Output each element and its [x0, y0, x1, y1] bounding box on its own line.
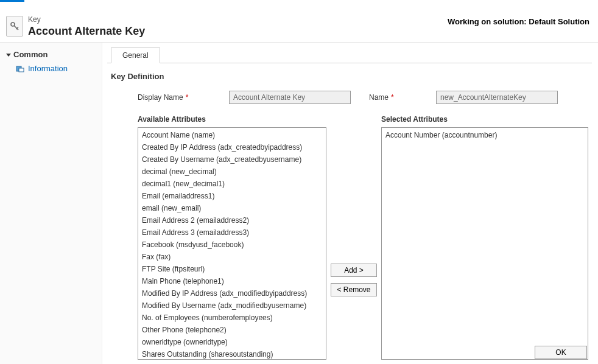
available-attributes-listbox[interactable]: Account Name (name)Created By IP Address…: [138, 127, 326, 360]
list-item[interactable]: Other Phone (telephone2): [138, 324, 326, 336]
solution-context-value: Default Solution: [529, 17, 589, 26]
svg-rect-2: [19, 68, 24, 72]
sidebar-item-label: Information: [28, 64, 68, 73]
sidebar-section-common[interactable]: Common: [0, 47, 102, 61]
selected-attributes-listbox[interactable]: Account Number (accountnumber): [381, 127, 588, 360]
list-item[interactable]: Account Name (name): [138, 129, 326, 141]
remove-button[interactable]: < Remove: [331, 283, 377, 296]
sidebar: Common Information: [0, 43, 102, 364]
ok-button[interactable]: OK: [535, 346, 587, 359]
svg-point-0: [11, 23, 15, 26]
name-field[interactable]: [436, 91, 558, 104]
page-header: Key Account Alternate Key Working on sol…: [0, 0, 598, 43]
page-title: Account Alternate Key: [28, 24, 591, 38]
display-name-field[interactable]: [229, 91, 351, 104]
list-item[interactable]: Modified By Username (adx_modifiedbyuser…: [138, 299, 326, 312]
list-item[interactable]: Main Phone (telephone1): [138, 275, 326, 287]
list-item[interactable]: Fax (fax): [138, 251, 326, 263]
name-label: Name *: [369, 93, 406, 102]
section-title: Key Definition: [111, 72, 592, 81]
list-item[interactable]: Shares Outstanding (sharesoutstanding): [138, 348, 326, 359]
selected-attributes-label: Selected Attributes: [381, 115, 588, 124]
list-item[interactable]: owneridtype (owneridtype): [138, 336, 326, 348]
list-item[interactable]: Account Number (accountnumber): [382, 129, 588, 141]
list-item[interactable]: Modified By IP Address (adx_modifiedbyip…: [138, 287, 326, 299]
available-attributes-label: Available Attributes: [138, 115, 326, 124]
tabstrip: General: [107, 45, 592, 63]
list-item[interactable]: decimal1 (new_decimal1): [138, 178, 326, 190]
tab-general[interactable]: General: [111, 47, 160, 63]
list-item[interactable]: Created By IP Address (adx_createdbyipad…: [138, 141, 326, 153]
list-item[interactable]: Email Address 3 (emailaddress3): [138, 226, 326, 239]
list-item[interactable]: email (new_email): [138, 202, 326, 214]
required-asterisk: *: [391, 93, 394, 102]
list-item[interactable]: No. of Employees (numberofemployees): [138, 312, 326, 324]
solution-context-label: Working on solution:: [448, 17, 527, 26]
list-item[interactable]: Created By Username (adx_createdbyuserna…: [138, 153, 326, 166]
form-row-names: Display Name * Name *: [138, 91, 588, 104]
list-item[interactable]: Email (emailaddress1): [138, 190, 326, 202]
list-item[interactable]: decimal (new_decimal): [138, 166, 326, 178]
list-item[interactable]: FTP Site (ftpsiteurl): [138, 263, 326, 275]
information-icon: [16, 65, 24, 73]
caret-down-icon: [6, 50, 11, 59]
tab-label: General: [122, 51, 149, 60]
list-item[interactable]: Email Address 2 (emailaddress2): [138, 214, 326, 226]
sidebar-item-information[interactable]: Information: [0, 61, 102, 75]
sidebar-section-label: Common: [13, 50, 47, 59]
list-item[interactable]: Facebook (msdyusd_facebook): [138, 239, 326, 251]
solution-context: Working on solution: Default Solution: [448, 17, 589, 26]
key-icon: [6, 16, 23, 37]
add-button[interactable]: Add >: [331, 264, 377, 277]
required-asterisk: *: [186, 93, 189, 102]
display-name-label: Display Name *: [138, 93, 229, 102]
main-panel: General Key Definition Display Name * Na…: [102, 43, 598, 364]
